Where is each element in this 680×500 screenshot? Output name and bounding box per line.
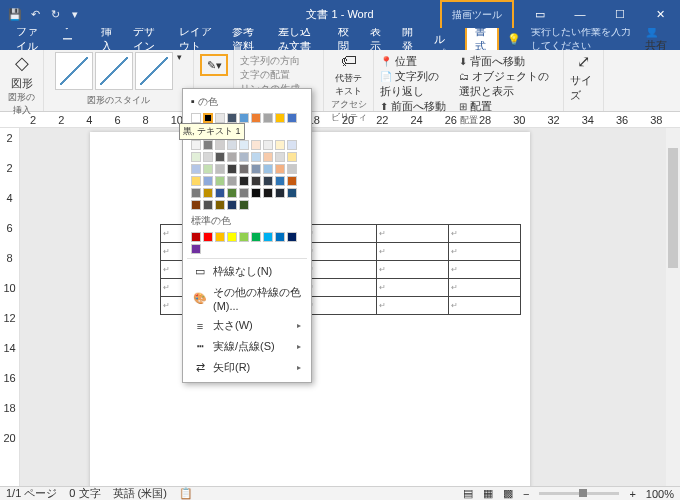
color-swatch[interactable] (191, 200, 201, 210)
color-swatch[interactable] (215, 232, 225, 242)
color-swatch[interactable] (227, 200, 237, 210)
alt-text-button[interactable]: 🏷 代替テ キスト (335, 52, 362, 98)
color-swatch[interactable] (239, 140, 249, 150)
color-swatch[interactable] (263, 188, 273, 198)
zoom-level[interactable]: 100% (646, 488, 674, 500)
color-swatch[interactable] (203, 176, 213, 186)
color-swatch[interactable] (287, 176, 297, 186)
color-swatch[interactable] (191, 140, 201, 150)
weight-submenu[interactable]: ≡太さ(W) (187, 315, 307, 336)
color-swatch[interactable] (203, 188, 213, 198)
redo-icon[interactable]: ↻ (48, 7, 62, 21)
color-swatch[interactable] (239, 152, 249, 162)
color-swatch[interactable] (275, 188, 285, 198)
color-swatch[interactable] (275, 113, 285, 123)
arrows-submenu[interactable]: ⇄矢印(R) (187, 357, 307, 378)
color-swatch[interactable] (191, 244, 201, 254)
color-swatch[interactable] (203, 140, 213, 150)
color-swatch[interactable] (191, 113, 201, 123)
wrap-text-button[interactable]: 📄 文字列の折り返し (380, 69, 449, 99)
vertical-ruler[interactable]: 22468101214161820 (0, 128, 20, 486)
color-swatch[interactable] (239, 232, 249, 242)
view-web-icon[interactable]: ▩ (503, 487, 513, 500)
color-swatch[interactable] (227, 176, 237, 186)
color-swatch[interactable] (227, 113, 237, 123)
color-swatch[interactable] (287, 152, 297, 162)
minimize-icon[interactable]: — (560, 0, 600, 28)
line-style-2[interactable] (95, 52, 133, 90)
share-button[interactable]: 👤 共有 (635, 25, 680, 53)
color-swatch[interactable] (215, 176, 225, 186)
color-swatch[interactable] (275, 164, 285, 174)
color-swatch[interactable] (263, 140, 273, 150)
line-style-1[interactable] (55, 52, 93, 90)
color-swatch[interactable] (251, 152, 261, 162)
color-swatch[interactable] (215, 188, 225, 198)
color-swatch[interactable] (191, 164, 201, 174)
size-button[interactable]: ⤢ サイズ (570, 52, 597, 103)
color-swatch[interactable] (227, 232, 237, 242)
color-swatch[interactable] (239, 200, 249, 210)
zoom-in-icon[interactable]: + (629, 488, 635, 500)
color-swatch[interactable] (239, 176, 249, 186)
color-swatch[interactable] (191, 188, 201, 198)
shape-style-gallery[interactable]: ▾ (55, 52, 182, 90)
color-swatch[interactable] (215, 164, 225, 174)
shape-outline-dropdown[interactable]: ✎▾ (200, 54, 228, 76)
color-swatch[interactable] (227, 164, 237, 174)
color-swatch[interactable] (203, 164, 213, 174)
color-swatch[interactable] (287, 113, 297, 123)
color-swatch[interactable] (263, 113, 273, 123)
color-swatch[interactable] (215, 152, 225, 162)
vertical-scrollbar[interactable] (666, 128, 680, 486)
color-swatch[interactable] (251, 140, 261, 150)
color-swatch[interactable] (191, 232, 201, 242)
no-outline-item[interactable]: ▭枠線なし(N) (187, 261, 307, 282)
color-swatch[interactable] (239, 164, 249, 174)
close-icon[interactable]: ✕ (640, 0, 680, 28)
ribbon-display-icon[interactable]: ▭ (520, 0, 560, 28)
zoom-out-icon[interactable]: − (523, 488, 529, 500)
position-button[interactable]: 📍 位置 (380, 54, 449, 69)
tell-me-search[interactable]: 実行したい作業を入力してください (531, 25, 633, 53)
selection-pane-button[interactable]: 🗂 オブジェクトの選択と表示 (459, 69, 557, 99)
more-colors-item[interactable]: 🎨その他の枠線の色(M)... (187, 282, 307, 315)
gallery-more-icon[interactable]: ▾ (177, 52, 182, 62)
color-swatch[interactable] (215, 140, 225, 150)
color-swatch[interactable] (203, 113, 213, 123)
color-swatch[interactable] (227, 152, 237, 162)
color-swatch[interactable] (227, 188, 237, 198)
dashes-submenu[interactable]: ┅実線/点線(S) (187, 336, 307, 357)
color-swatch[interactable] (275, 176, 285, 186)
color-swatch[interactable] (263, 164, 273, 174)
status-words[interactable]: 0 文字 (69, 486, 100, 500)
color-swatch[interactable] (215, 200, 225, 210)
color-swatch[interactable] (227, 140, 237, 150)
color-swatch[interactable] (203, 200, 213, 210)
color-swatch[interactable] (215, 113, 225, 123)
status-record-icon[interactable]: 📋 (179, 487, 193, 500)
color-swatch[interactable] (263, 152, 273, 162)
color-swatch[interactable] (191, 176, 201, 186)
color-swatch[interactable] (191, 152, 201, 162)
color-swatch[interactable] (275, 152, 285, 162)
tell-me-icon[interactable]: 💡 (507, 33, 521, 46)
send-backward-button[interactable]: ⬇ 背面へ移動 (459, 54, 557, 69)
color-swatch[interactable] (251, 164, 261, 174)
color-swatch[interactable] (251, 232, 261, 242)
color-swatch[interactable] (275, 232, 285, 242)
save-icon[interactable]: 💾 (8, 7, 22, 21)
align-text-button[interactable]: 文字の配置 (240, 68, 290, 82)
line-style-3[interactable] (135, 52, 173, 90)
insert-shapes-button[interactable]: ◇ 図形 (11, 52, 33, 91)
color-swatch[interactable] (287, 232, 297, 242)
undo-icon[interactable]: ↶ (28, 7, 42, 21)
status-page[interactable]: 1/1 ページ (6, 486, 57, 500)
color-swatch[interactable] (263, 232, 273, 242)
zoom-slider[interactable] (539, 492, 619, 495)
color-swatch[interactable] (251, 188, 261, 198)
view-print-icon[interactable]: ▤ (463, 487, 473, 500)
color-swatch[interactable] (239, 113, 249, 123)
color-swatch[interactable] (203, 152, 213, 162)
color-swatch[interactable] (287, 140, 297, 150)
